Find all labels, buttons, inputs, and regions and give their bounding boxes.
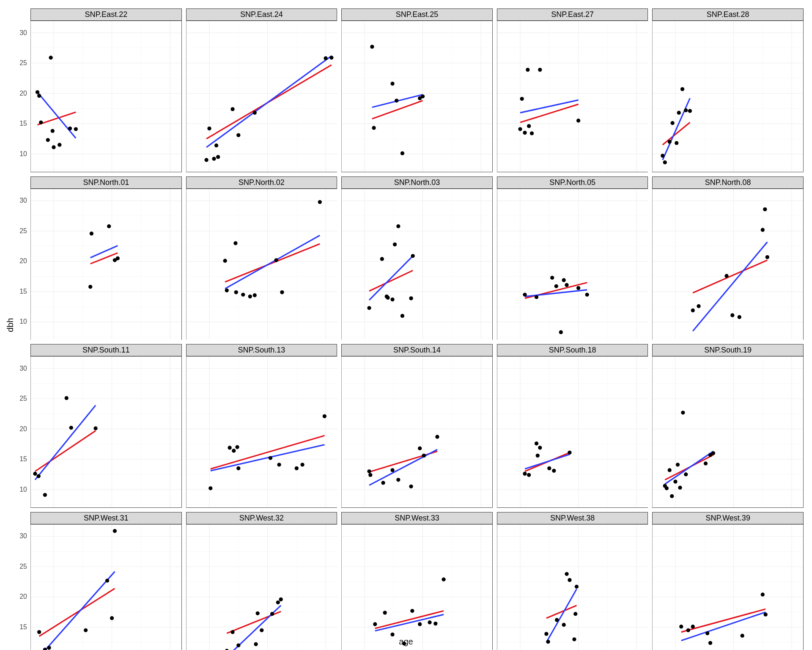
fit-line-blue [39,571,115,650]
data-point [300,463,304,467]
data-point [254,642,258,646]
fit-line-red [38,112,76,125]
data-point [705,631,709,635]
data-point [562,623,565,627]
fit-line-red [39,588,115,636]
data-point [230,630,234,634]
fit-line-red [35,431,96,471]
y-tick-label: 15 [10,120,27,127]
panel-area [497,21,648,172]
facet-strip: SNP.West.32 [186,512,337,524]
data-point [383,611,387,614]
facet-strip: SNP.North.05 [497,176,648,189]
y-tick-label: 25 [10,563,27,570]
data-point [401,314,404,317]
facet-panel: SNP.South.19 [652,344,804,508]
data-point [391,82,395,85]
data-point [318,200,321,204]
facet-panel: SNP.North.08 [652,176,804,340]
y-tick-label: 15 [10,455,27,463]
data-point [409,296,413,300]
data-point [402,642,406,645]
facet-strip: SNP.East.24 [186,8,337,21]
data-point [691,308,695,312]
panel-area [186,189,337,340]
panel-area: 100200300 [497,524,648,650]
data-point [547,466,551,470]
facet-panel: SNP.East.24 [186,8,337,172]
panel-area: 100200300 [186,524,337,650]
svg-rect-143 [497,189,648,340]
facet-panel: SNP.West.32100200300 [186,512,337,650]
data-point [535,442,538,446]
fit-line-blue [525,454,570,469]
data-point [65,396,69,400]
data-point [538,68,542,72]
data-point [761,228,765,231]
data-point [208,486,212,490]
data-point [575,585,579,589]
data-point [276,600,280,604]
svg-rect-239 [652,356,804,508]
data-point [409,485,413,488]
fit-line-blue [35,405,96,480]
y-tick-label: 20 [10,425,27,433]
data-point [442,577,446,581]
data-point [52,145,55,149]
fit-line-red [91,253,118,264]
data-point [680,625,683,628]
panel-area: 1015202530100200300 [30,524,182,650]
data-point [684,473,688,476]
data-point [568,578,571,582]
facet-panel: SNP.East.28 [652,8,804,172]
data-point [49,56,52,60]
data-point [223,259,227,262]
data-point [37,630,41,634]
data-point [88,285,92,289]
data-point [527,473,531,477]
data-point [232,449,236,453]
data-point [559,330,562,334]
svg-rect-255 [30,524,182,650]
fit-line-red [225,244,320,282]
data-point [418,446,422,450]
data-point [684,108,688,112]
panel-area [497,356,648,508]
panel-area: 100200300 [341,524,493,650]
data-point [401,151,404,155]
fit-line-blue [693,242,768,331]
svg-rect-319 [652,524,804,650]
data-point [228,446,231,450]
data-point [93,427,97,430]
fit-line-red [372,101,423,119]
data-point [535,295,538,299]
y-tick-column: 1015202530 [10,356,29,508]
facet-strip: SNP.West.38 [497,512,648,524]
data-point [708,641,712,645]
data-point [538,446,542,450]
data-point [241,292,245,296]
y-tick-label: 15 [10,623,27,631]
data-point [204,158,208,162]
y-tick-label: 30 [10,197,27,204]
data-point [368,473,372,477]
data-point [573,612,577,616]
data-point [69,426,73,430]
facet-panel: SNP.East.221015202530 [30,8,182,172]
data-point [368,306,371,310]
data-point [671,121,675,125]
fit-line-red [369,270,413,291]
facet-panel: SNP.East.25 [341,8,493,172]
facet-strip: SNP.North.02 [186,176,337,189]
svg-rect-207 [341,356,493,508]
facet-strip: SNP.West.39 [652,512,804,524]
data-point [391,633,395,636]
data-point [731,313,735,317]
panel-area [497,189,648,340]
svg-rect-175 [30,356,182,508]
data-point [381,481,385,485]
data-point [523,131,527,135]
fit-line-blue [369,256,413,300]
y-tick-label: 30 [10,532,27,540]
facet-panel: SNP.West.33100200300 [341,512,493,650]
